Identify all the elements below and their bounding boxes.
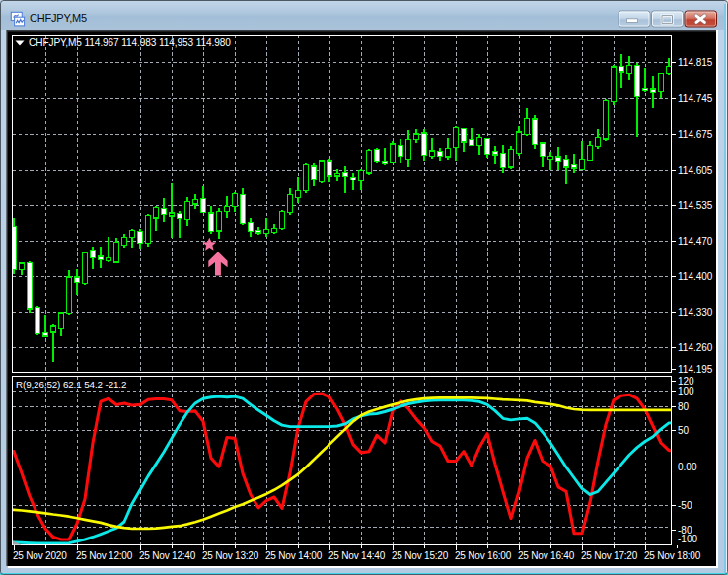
svg-text:25 Nov 13:20: 25 Nov 13:20: [202, 550, 259, 561]
svg-text:114.815: 114.815: [678, 57, 713, 68]
svg-text:CHFJPY,M5: CHFJPY,M5: [30, 12, 87, 24]
svg-text:114.535: 114.535: [678, 200, 713, 211]
svg-text:114.195: 114.195: [678, 364, 713, 375]
svg-text:114.470: 114.470: [678, 236, 713, 247]
svg-text:114.605: 114.605: [678, 165, 713, 176]
svg-text:80: 80: [678, 401, 690, 412]
svg-text:114.260: 114.260: [678, 342, 713, 353]
svg-text:114.330: 114.330: [678, 307, 713, 318]
svg-text:CHFJPY,M5 114.967 114.983 114: CHFJPY,M5 114.967 114.983 114,953 114.98…: [29, 37, 231, 48]
svg-text:-100: -100: [678, 534, 697, 544]
svg-text:25 Nov 2020: 25 Nov 2020: [13, 550, 67, 561]
svg-text:114.400: 114.400: [678, 271, 713, 282]
svg-text:25 Nov 16:40: 25 Nov 16:40: [518, 550, 575, 561]
svg-text:25 Nov 12:00: 25 Nov 12:00: [76, 550, 133, 561]
svg-text:25 Nov 15:20: 25 Nov 15:20: [392, 550, 449, 561]
svg-text:25 Nov 12:40: 25 Nov 12:40: [139, 550, 196, 561]
svg-text:25 Nov 17:20: 25 Nov 17:20: [581, 550, 638, 561]
svg-text:0.00: 0.00: [678, 462, 697, 472]
svg-text:100: 100: [678, 386, 694, 396]
svg-text:114.745: 114.745: [678, 93, 713, 104]
svg-text:25 Nov 14:00: 25 Nov 14:00: [265, 550, 323, 561]
svg-text:R(9,26,52) 62.1 54.2 -21.2: R(9,26,52) 62.1 54.2 -21.2: [16, 379, 126, 390]
svg-text:25 Nov 14:40: 25 Nov 14:40: [328, 550, 386, 561]
svg-text:-50: -50: [678, 500, 692, 511]
svg-text:50: 50: [678, 425, 690, 436]
svg-text:114.675: 114.675: [678, 129, 713, 140]
svg-text:25 Nov 18:00: 25 Nov 18:00: [644, 550, 701, 561]
svg-text:25 Nov 16:00: 25 Nov 16:00: [455, 550, 512, 561]
